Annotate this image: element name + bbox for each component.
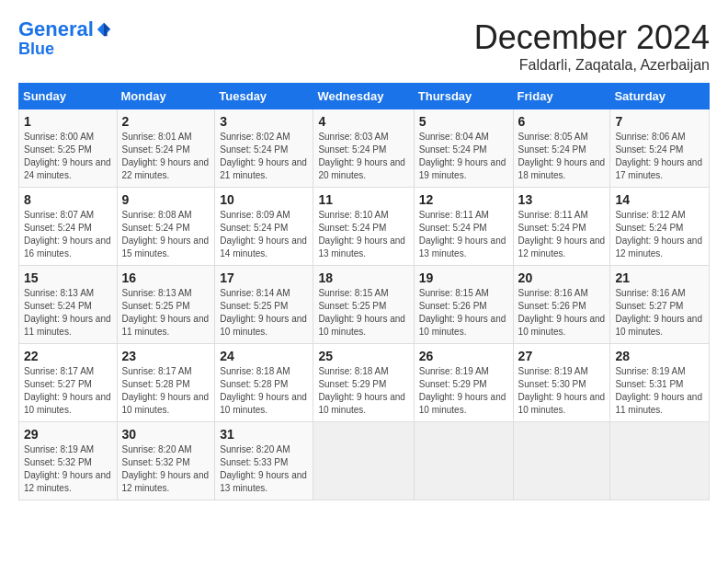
weekday-header-thursday: Thursday [414, 84, 513, 109]
day-info: Sunrise: 8:20 AM Sunset: 5:32 PM Dayligh… [122, 443, 210, 495]
day-info: Sunrise: 8:03 AM Sunset: 5:24 PM Dayligh… [318, 131, 408, 182]
day-number: 29 [24, 427, 112, 442]
title-section: December 2024 Faldarli, Zaqatala, Azerba… [474, 18, 710, 74]
day-number: 23 [122, 349, 210, 363]
calendar-day-cell: 16Sunrise: 8:13 AM Sunset: 5:25 PM Dayli… [117, 266, 215, 344]
day-info: Sunrise: 8:15 AM Sunset: 5:25 PM Dayligh… [318, 287, 408, 339]
day-info: Sunrise: 8:08 AM Sunset: 5:24 PM Dayligh… [122, 209, 210, 260]
calendar-day-cell: 4Sunrise: 8:03 AM Sunset: 5:24 PM Daylig… [313, 109, 414, 188]
day-number: 22 [24, 349, 112, 363]
calendar-day-cell: 22Sunrise: 8:17 AM Sunset: 5:27 PM Dayli… [19, 344, 118, 422]
day-info: Sunrise: 8:17 AM Sunset: 5:28 PM Dayligh… [122, 365, 210, 417]
calendar-day-cell: 5Sunrise: 8:04 AM Sunset: 5:24 PM Daylig… [414, 109, 513, 188]
day-info: Sunrise: 8:07 AM Sunset: 5:24 PM Dayligh… [24, 209, 112, 260]
day-number: 6 [518, 114, 606, 129]
day-number: 13 [518, 192, 606, 207]
day-number: 11 [318, 192, 408, 207]
calendar-day-cell: 28Sunrise: 8:19 AM Sunset: 5:31 PM Dayli… [610, 344, 710, 422]
day-info: Sunrise: 8:19 AM Sunset: 5:31 PM Dayligh… [615, 365, 704, 417]
calendar-day-cell: 27Sunrise: 8:19 AM Sunset: 5:30 PM Dayli… [513, 344, 610, 422]
calendar-day-cell: 29Sunrise: 8:19 AM Sunset: 5:32 PM Dayli… [19, 422, 118, 500]
calendar-day-cell: 23Sunrise: 8:17 AM Sunset: 5:28 PM Dayli… [117, 344, 215, 422]
day-number: 31 [220, 427, 308, 442]
day-number: 2 [122, 114, 210, 129]
day-number: 16 [122, 270, 210, 285]
calendar-day-cell [610, 422, 710, 500]
day-info: Sunrise: 8:15 AM Sunset: 5:26 PM Dayligh… [419, 287, 508, 339]
calendar-day-cell: 7Sunrise: 8:06 AM Sunset: 5:24 PM Daylig… [610, 109, 710, 188]
calendar-day-cell [414, 422, 513, 500]
calendar-week-row: 1Sunrise: 8:00 AM Sunset: 5:25 PM Daylig… [19, 109, 710, 188]
day-info: Sunrise: 8:11 AM Sunset: 5:24 PM Dayligh… [419, 209, 508, 260]
day-info: Sunrise: 8:13 AM Sunset: 5:25 PM Dayligh… [122, 287, 210, 339]
day-info: Sunrise: 8:10 AM Sunset: 5:24 PM Dayligh… [318, 209, 408, 260]
calendar-day-cell: 21Sunrise: 8:16 AM Sunset: 5:27 PM Dayli… [610, 266, 710, 344]
day-number: 26 [419, 349, 508, 363]
day-number: 10 [220, 192, 308, 207]
day-info: Sunrise: 8:00 AM Sunset: 5:25 PM Dayligh… [24, 131, 112, 182]
day-number: 18 [318, 270, 408, 285]
calendar-day-cell: 3Sunrise: 8:02 AM Sunset: 5:24 PM Daylig… [215, 109, 313, 188]
day-info: Sunrise: 8:14 AM Sunset: 5:25 PM Dayligh… [220, 287, 308, 339]
day-number: 25 [318, 349, 408, 363]
calendar-day-cell: 31Sunrise: 8:20 AM Sunset: 5:33 PM Dayli… [215, 422, 313, 500]
calendar-day-cell: 19Sunrise: 8:15 AM Sunset: 5:26 PM Dayli… [414, 266, 513, 344]
day-info: Sunrise: 8:18 AM Sunset: 5:29 PM Dayligh… [318, 365, 408, 417]
weekday-header-row: SundayMondayTuesdayWednesdayThursdayFrid… [19, 84, 710, 109]
day-number: 15 [24, 270, 112, 285]
day-number: 24 [220, 349, 308, 363]
day-number: 12 [419, 192, 508, 207]
weekday-header-wednesday: Wednesday [313, 84, 414, 109]
logo: General Blue [18, 18, 112, 59]
day-number: 9 [122, 192, 210, 207]
day-info: Sunrise: 8:11 AM Sunset: 5:24 PM Dayligh… [518, 209, 606, 260]
calendar-day-cell: 9Sunrise: 8:08 AM Sunset: 5:24 PM Daylig… [117, 188, 215, 266]
day-number: 28 [615, 349, 704, 363]
day-number: 7 [615, 114, 704, 129]
day-info: Sunrise: 8:19 AM Sunset: 5:32 PM Dayligh… [24, 443, 112, 495]
calendar-day-cell: 13Sunrise: 8:11 AM Sunset: 5:24 PM Dayli… [513, 188, 610, 266]
day-number: 1 [24, 114, 112, 129]
day-info: Sunrise: 8:18 AM Sunset: 5:28 PM Dayligh… [220, 365, 308, 417]
day-number: 17 [220, 270, 308, 285]
weekday-header-sunday: Sunday [19, 84, 118, 109]
calendar-week-row: 22Sunrise: 8:17 AM Sunset: 5:27 PM Dayli… [19, 344, 710, 422]
calendar-day-cell: 14Sunrise: 8:12 AM Sunset: 5:24 PM Dayli… [610, 188, 710, 266]
calendar-day-cell: 6Sunrise: 8:05 AM Sunset: 5:24 PM Daylig… [513, 109, 610, 188]
calendar-day-cell: 30Sunrise: 8:20 AM Sunset: 5:32 PM Dayli… [117, 422, 215, 500]
calendar-day-cell: 10Sunrise: 8:09 AM Sunset: 5:24 PM Dayli… [215, 188, 313, 266]
calendar-day-cell: 2Sunrise: 8:01 AM Sunset: 5:24 PM Daylig… [117, 109, 215, 188]
day-number: 8 [24, 192, 112, 207]
logo-icon [96, 21, 112, 38]
logo-text: General [18, 18, 94, 40]
calendar-day-cell: 18Sunrise: 8:15 AM Sunset: 5:25 PM Dayli… [313, 266, 414, 344]
day-info: Sunrise: 8:09 AM Sunset: 5:24 PM Dayligh… [220, 209, 308, 260]
day-info: Sunrise: 8:20 AM Sunset: 5:33 PM Dayligh… [220, 443, 308, 495]
day-info: Sunrise: 8:02 AM Sunset: 5:24 PM Dayligh… [220, 131, 308, 182]
weekday-header-tuesday: Tuesday [215, 84, 313, 109]
page-header: General Blue December 2024 Faldarli, Zaq… [18, 18, 710, 74]
svg-marker-1 [104, 23, 110, 36]
day-info: Sunrise: 8:12 AM Sunset: 5:24 PM Dayligh… [615, 209, 704, 260]
calendar-day-cell: 25Sunrise: 8:18 AM Sunset: 5:29 PM Dayli… [313, 344, 414, 422]
calendar-day-cell: 12Sunrise: 8:11 AM Sunset: 5:24 PM Dayli… [414, 188, 513, 266]
calendar-day-cell: 24Sunrise: 8:18 AM Sunset: 5:28 PM Dayli… [215, 344, 313, 422]
day-number: 19 [419, 270, 508, 285]
day-number: 14 [615, 192, 704, 207]
calendar-day-cell: 11Sunrise: 8:10 AM Sunset: 5:24 PM Dayli… [313, 188, 414, 266]
calendar-day-cell: 20Sunrise: 8:16 AM Sunset: 5:26 PM Dayli… [513, 266, 610, 344]
day-number: 20 [518, 270, 606, 285]
weekday-header-monday: Monday [117, 84, 215, 109]
day-number: 5 [419, 114, 508, 129]
day-info: Sunrise: 8:13 AM Sunset: 5:24 PM Dayligh… [24, 287, 112, 339]
calendar-day-cell: 17Sunrise: 8:14 AM Sunset: 5:25 PM Dayli… [215, 266, 313, 344]
calendar-day-cell: 26Sunrise: 8:19 AM Sunset: 5:29 PM Dayli… [414, 344, 513, 422]
day-info: Sunrise: 8:05 AM Sunset: 5:24 PM Dayligh… [518, 131, 606, 182]
day-info: Sunrise: 8:01 AM Sunset: 5:24 PM Dayligh… [122, 131, 210, 182]
day-number: 3 [220, 114, 308, 129]
calendar-week-row: 8Sunrise: 8:07 AM Sunset: 5:24 PM Daylig… [19, 188, 710, 266]
day-number: 4 [318, 114, 408, 129]
day-info: Sunrise: 8:19 AM Sunset: 5:29 PM Dayligh… [419, 365, 508, 417]
day-number: 21 [615, 270, 704, 285]
calendar-day-cell [513, 422, 610, 500]
